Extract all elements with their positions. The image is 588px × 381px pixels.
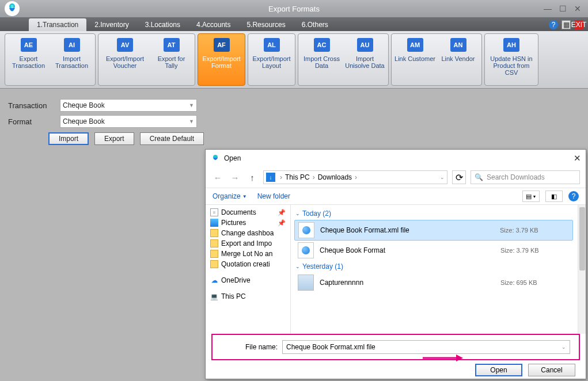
ribbon-item[interactable]: AMLink Customer [393, 36, 437, 83]
ribbon-item[interactable]: ALExport/Import Layout [250, 36, 293, 83]
ribbon-group: AMLink CustomerANLink Vendor [391, 33, 482, 86]
ribbon-item-icon: AL [264, 38, 280, 52]
open-button[interactable]: Open [475, 364, 522, 376]
refresh-button[interactable]: ⟳ [452, 170, 466, 184]
search-input[interactable]: 🔍 Search Downloads [471, 170, 580, 184]
export-button[interactable]: Export [94, 132, 134, 145]
file-name: Cheque Book Format [320, 246, 500, 254]
tree-item[interactable]: 💻This PC [206, 291, 290, 302]
new-folder-button[interactable]: New folder [257, 192, 290, 200]
save-shortcut-icon[interactable]: ▦ [562, 20, 571, 29]
ribbon-item-icon: AC [314, 38, 330, 52]
ribbon-item[interactable]: ATExport for Tally [150, 36, 193, 83]
menu-tab[interactable]: 2.Inventory [86, 18, 136, 31]
menu-tab[interactable]: 3.Locations [137, 18, 188, 31]
ribbon-group: ACImport Cross DataAUImport Unisolve Dat… [298, 33, 389, 86]
tree-item[interactable]: ≡Documents📌 [206, 207, 290, 218]
ribbon-item-icon: AT [164, 38, 180, 52]
close-window-button[interactable]: ✕ [573, 4, 582, 13]
title-bar: S Export Formats — ☐ ✕ [0, 0, 588, 17]
file-name: Cheque Book Format.xml file [320, 226, 500, 234]
menu-tab[interactable]: 4.Accounts [188, 18, 238, 31]
ribbon-item[interactable]: AUImport Unisolve Data [343, 36, 386, 83]
ribbon-item[interactable]: AIImport Transaction [50, 36, 93, 83]
ribbon-item[interactable]: ANLink Vendor [437, 36, 480, 83]
ribbon-item-label: Link Customer [394, 55, 435, 62]
scrollbar[interactable] [578, 205, 586, 334]
download-arrow-icon: ↓ [266, 173, 275, 182]
tree-item[interactable]: Merge Lot No an [206, 249, 290, 259]
menu-tab[interactable]: 1.Transaction [29, 18, 86, 31]
ribbon-item-icon: AM [407, 38, 423, 52]
chevron-down-icon[interactable]: ⌄ [440, 174, 445, 180]
minimize-button[interactable]: — [543, 4, 552, 13]
ribbon-group: ALExport/Import Layout [248, 33, 295, 86]
ribbon-toolbar: AEExport TransactionAIImport Transaction… [0, 31, 588, 89]
file-size: Size: 695 KB [500, 279, 570, 286]
format-select[interactable]: Cheque Book ▼ [60, 115, 197, 128]
tree-item-label: OneDrive [221, 276, 251, 284]
nav-forward-button[interactable]: → [229, 171, 241, 184]
ribbon-group: AFExport/Import Format [198, 33, 245, 86]
tree-item-label: This PC [221, 292, 246, 300]
ribbon-item-label: Export/Import Voucher [101, 55, 149, 69]
file-group-header[interactable]: ⌄Today (2) [294, 207, 582, 220]
chevron-down-icon: ▼ [189, 119, 194, 124]
menu-tabs: 1.Transaction2.Inventory3.Locations4.Acc… [0, 17, 588, 31]
folder-icon [210, 260, 218, 268]
folder-icon [210, 239, 218, 247]
ribbon-item-label: Export for Tally [151, 55, 192, 69]
folder-icon [210, 250, 218, 258]
ribbon-group: AHUpdate HSN in Product from CSV [484, 33, 538, 86]
tree-item[interactable]: Change dashboa [206, 228, 290, 238]
ribbon-item[interactable]: AVExport/Import Voucher [100, 36, 150, 83]
dialog-app-icon [210, 153, 221, 163]
import-button[interactable]: Import [48, 132, 89, 145]
maximize-button[interactable]: ☐ [558, 4, 567, 13]
tree-item[interactable]: Pictures📌 [206, 218, 290, 228]
breadcrumb[interactable]: ↓ › This PC › Downloads › ⌄ [263, 170, 447, 184]
folder-tree: ≡Documents📌Pictures📌Change dashboaExport… [206, 205, 291, 334]
ribbon-item[interactable]: AEExport Transaction [7, 36, 50, 83]
file-item[interactable]: Cheque Book Format.xml fileSize: 3.79 KB [294, 220, 573, 241]
file-size: Size: 3.79 KB [500, 227, 569, 234]
ribbon-item[interactable]: ACImport Cross Data [300, 36, 343, 83]
breadcrumb-seg[interactable]: This PC [285, 173, 310, 181]
exit-icon[interactable]: EXIT [574, 20, 583, 29]
file-group-header[interactable]: ⌄Yesterday (1) [294, 260, 582, 273]
pin-icon: 📌 [278, 219, 286, 227]
organize-menu[interactable]: Organize▼ [213, 192, 247, 200]
tree-item[interactable]: Export and Impo [206, 238, 290, 249]
transaction-label: Transaction [8, 101, 60, 110]
breadcrumb-seg[interactable]: Downloads [318, 173, 352, 181]
window-title: Export Formats [268, 5, 320, 13]
menu-tab[interactable]: 5.Resources [238, 18, 293, 31]
help-icon[interactable]: ? [549, 20, 558, 29]
dialog-help-button[interactable]: ? [568, 191, 579, 201]
file-item[interactable]: Cheque Book FormatSize: 3.79 KB [294, 241, 573, 260]
tree-item-label: Merge Lot No an [221, 250, 272, 258]
file-icon [298, 242, 314, 258]
ribbon-item-label: Import Unisolve Data [344, 55, 385, 69]
dialog-close-button[interactable]: ✕ [574, 153, 581, 163]
preview-pane-button[interactable]: ◧ [545, 190, 563, 202]
tree-item[interactable]: ☁OneDrive [206, 275, 290, 285]
ribbon-item-label: Export/Import Layout [251, 55, 292, 69]
tree-item[interactable]: Quotation creati [206, 259, 290, 269]
ribbon-item-icon: AN [450, 38, 466, 52]
menu-tab[interactable]: 6.Others [294, 18, 336, 31]
transaction-select[interactable]: Cheque Book ▼ [60, 99, 197, 112]
file-name-input[interactable]: Cheque Book Format.xml file ⌄ [282, 340, 570, 354]
file-item[interactable]: CapturennnnnSize: 695 KB [294, 273, 573, 292]
ribbon-item[interactable]: AHUpdate HSN in Product from CSV [487, 36, 536, 83]
ribbon-item[interactable]: AFExport/Import Format [200, 36, 243, 83]
create-default-button[interactable]: Create Default [140, 132, 204, 145]
ribbon-group: AVExport/Import VoucherATExport for Tall… [98, 33, 195, 86]
file-name-label: File name: [221, 343, 278, 351]
search-icon: 🔍 [475, 173, 483, 181]
ribbon-item-label: Update HSN in Product from CSV [488, 55, 535, 76]
nav-back-button[interactable]: ← [211, 171, 224, 184]
nav-up-button[interactable]: ↑ [246, 171, 259, 184]
cancel-button[interactable]: Cancel [528, 364, 575, 376]
view-mode-button[interactable]: ▤▼ [522, 190, 540, 202]
